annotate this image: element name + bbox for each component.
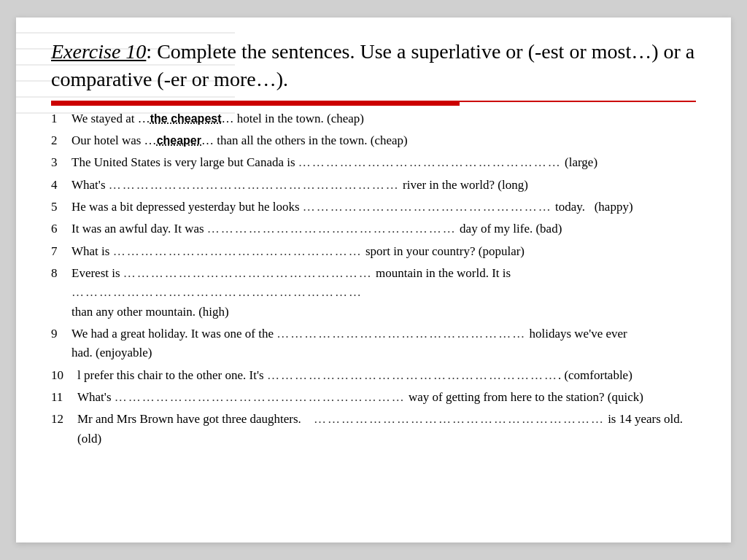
sentence-text: We had a great holiday. It was one of th… (71, 324, 696, 363)
red-bar (51, 101, 460, 106)
sentence-number: 12 (51, 410, 77, 429)
sentence-text: It was an awful day. It was ………………………………… (71, 219, 696, 238)
answer-2: cheaper (157, 134, 201, 147)
sentence-list: 1 We stayed at …the cheapest… hotel in t… (51, 109, 696, 449)
sentence-item: 2 Our hotel was …cheaper… than all the o… (51, 131, 696, 150)
red-line (460, 101, 696, 102)
sentence-text: What's ……………………………………………………… river in th… (71, 176, 696, 195)
sentence-text: He was a bit depressed yesterday but he … (71, 198, 696, 217)
sentence-item: 4 What's ……………………………………………………… river in … (51, 176, 696, 195)
sentence-text: Mr and Mrs Brown have got three daughter… (77, 410, 696, 448)
sentence-item: 9 We had a great holiday. It was one of … (51, 324, 696, 363)
colon: : (146, 40, 152, 63)
sentence-number: 7 (51, 242, 71, 261)
sentence-text: The United States is very large but Cana… (71, 153, 696, 172)
sentence-item: 8 Everest is ……………………………………………… mountain… (51, 264, 696, 322)
sentence-item: 11 What's ……………………………………………………… way of g… (51, 388, 696, 407)
sentence-text: What is ……………………………………………… sport in your… (71, 242, 696, 261)
sentence-number: 5 (51, 198, 71, 217)
sentence-item: 5 He was a bit depressed yesterday but h… (51, 198, 696, 217)
sentence-number: 6 (51, 219, 71, 238)
sentence-number: 10 (51, 366, 77, 385)
exercise-content: 1 We stayed at …the cheapest… hotel in t… (51, 109, 696, 449)
sentence-item: 12 Mr and Mrs Brown have got three daugh… (51, 410, 696, 448)
sentence-item: 10 l prefer this chair to the other one.… (51, 366, 696, 385)
sentence-number: 2 (51, 131, 71, 150)
exercise-label: Exercise 10 (51, 40, 146, 63)
title-section: Exercise 10: Complete the sentences. Use… (51, 38, 696, 93)
sentence-number: 8 (51, 264, 71, 283)
sentence-number: 3 (51, 153, 71, 172)
sentence-number: 9 (51, 324, 71, 343)
answer-1: the cheapest (150, 112, 222, 125)
sentence-text: We stayed at …the cheapest… hotel in the… (71, 109, 696, 128)
sentence-number: 1 (51, 109, 71, 128)
sentence-number: 4 (51, 176, 71, 195)
title-text: Exercise 10: Complete the sentences. Use… (51, 38, 696, 93)
sentence-text: What's ……………………………………………………… way of gett… (77, 388, 696, 407)
sentence-number: 11 (51, 388, 77, 407)
sentence-item: 7 What is ……………………………………………… sport in yo… (51, 242, 696, 261)
sentence-text: l prefer this chair to the other one. It… (77, 366, 696, 385)
sentence-text: Everest is ……………………………………………… mountain i… (71, 264, 696, 322)
slide: Exercise 10: Complete the sentences. Use… (16, 18, 731, 542)
sentence-item: 1 We stayed at …the cheapest… hotel in t… (51, 109, 696, 128)
sentence-text: Our hotel was …cheaper… than all the oth… (71, 131, 696, 150)
sentence-item: 3 The United States is very large but Ca… (51, 153, 696, 172)
sentence-item: 6 It was an awful day. It was …………………………… (51, 219, 696, 238)
